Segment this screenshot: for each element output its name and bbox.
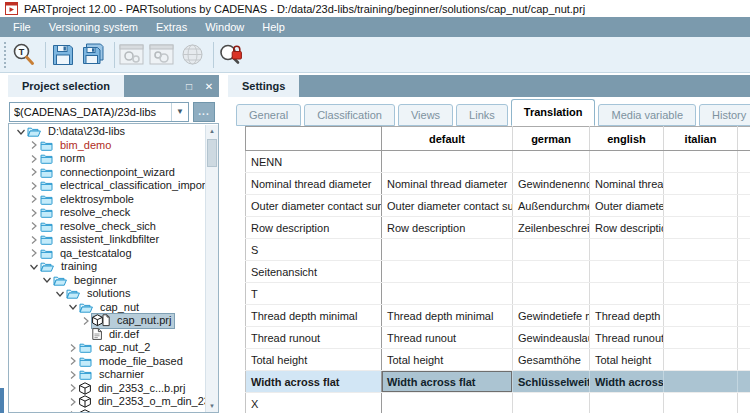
toolbar-button-save-all[interactable]: [80, 40, 110, 70]
row-header-cell[interactable]: Outer diameter contact surface: [246, 195, 382, 217]
chevron-right-icon[interactable]: [28, 235, 40, 245]
translation-cell[interactable]: Zeilenbeschreib...: [513, 217, 590, 239]
translation-cell[interactable]: [382, 151, 513, 173]
tree-item-cap_nut[interactable]: cap_nut: [9, 301, 205, 315]
tree-item-qa_testcatalog[interactable]: qa_testcatalog: [9, 247, 205, 261]
row-header-cell[interactable]: Thread runout: [246, 327, 382, 349]
translation-cell[interactable]: [664, 393, 738, 413]
chevron-down-icon[interactable]: [67, 302, 79, 312]
row-header-cell[interactable]: NENN: [246, 151, 382, 173]
scrollbar-thumb[interactable]: [207, 139, 217, 167]
row-header-cell[interactable]: Thread depth minimal: [246, 305, 382, 327]
translation-cell[interactable]: Gesamthöhe: [513, 349, 590, 371]
close-panel-button[interactable]: ✕: [199, 75, 219, 97]
tree-item-assistent_linkdbfilter[interactable]: assistent_linkdbfilter: [9, 233, 205, 247]
toolbar-button-magnifier-lock[interactable]: [218, 40, 248, 70]
translation-cell[interactable]: Schlüsselweite: [513, 371, 590, 393]
translation-cell[interactable]: [590, 151, 664, 173]
translation-cell[interactable]: [513, 151, 590, 173]
chevron-right-icon[interactable]: [28, 167, 40, 177]
float-panel-button[interactable]: □: [179, 75, 199, 97]
row-header-cell[interactable]: Total height: [246, 349, 382, 371]
translation-cell[interactable]: Außendurchme...: [513, 195, 590, 217]
translation-cell[interactable]: Gewindenennd...: [513, 173, 590, 195]
row-header-cell[interactable]: Nominal thread diameter: [246, 173, 382, 195]
translation-cell[interactable]: [664, 195, 738, 217]
translation-cell[interactable]: [590, 261, 664, 283]
tab-general[interactable]: General: [236, 104, 301, 126]
translation-cell[interactable]: Thread depth ...: [590, 305, 664, 327]
translation-cell[interactable]: [664, 239, 738, 261]
translation-cell[interactable]: Gewindetiefe m...: [513, 305, 590, 327]
chevron-right-icon[interactable]: [28, 181, 40, 191]
translation-cell[interactable]: [738, 239, 750, 261]
chevron-down-icon[interactable]: [15, 127, 27, 137]
translation-cell[interactable]: [738, 349, 750, 371]
translation-cell[interactable]: [738, 151, 750, 173]
translation-cell[interactable]: [738, 305, 750, 327]
translation-cell[interactable]: [738, 393, 750, 413]
tab-media-variable[interactable]: Media variable: [598, 104, 696, 126]
translation-cell[interactable]: [513, 261, 590, 283]
tree-item-content[interactable]: connectionpoint_wizard: [40, 166, 178, 180]
translation-cell[interactable]: [590, 283, 664, 305]
translation-cell[interactable]: [382, 283, 513, 305]
translation-cell[interactable]: [738, 173, 750, 195]
chevron-right-icon[interactable]: [67, 410, 79, 412]
column-header-italian[interactable]: italian: [664, 127, 738, 151]
chevron-right-icon[interactable]: [67, 343, 79, 353]
tree-item-cap_nut.prj[interactable]: cap_nut.prj: [9, 314, 205, 328]
translation-cell[interactable]: Row description: [382, 217, 513, 239]
translation-cell[interactable]: [664, 349, 738, 371]
tree-item-din_2353_c...b.prj[interactable]: din_2353_c...b.prj: [9, 382, 205, 396]
chevron-right-icon[interactable]: [28, 208, 40, 218]
translation-cell[interactable]: [590, 393, 664, 413]
scroll-up-icon[interactable]: ▲: [206, 125, 218, 137]
chevron-right-icon[interactable]: [28, 194, 40, 204]
tree-item-resolve_check[interactable]: resolve_check: [9, 206, 205, 220]
translation-cell[interactable]: Outer diameter ...: [590, 195, 664, 217]
translation-cell[interactable]: Outer diameter contact surfa...: [382, 195, 513, 217]
translation-cell[interactable]: Total height: [590, 349, 664, 371]
translation-cell[interactable]: [738, 261, 750, 283]
tree-item-content[interactable]: electrical_classification_import_...: [40, 179, 205, 193]
menu-help[interactable]: Help: [253, 17, 294, 37]
translation-cell[interactable]: [738, 371, 750, 393]
tree-item-content[interactable]: cap_nut.prj: [92, 314, 174, 328]
tree-item-content[interactable]: training: [40, 260, 100, 274]
tree-item-content[interactable]: qa_testcatalog: [40, 247, 135, 261]
tree-item-training[interactable]: training: [9, 260, 205, 274]
tree-item-content[interactable]: resolve_check_sich: [40, 220, 159, 234]
tree-item-cap_nut_2[interactable]: cap_nut_2: [9, 341, 205, 355]
tree-item-mode_file_based[interactable]: mode_file_based: [9, 355, 205, 369]
translation-cell[interactable]: Nominal thread...: [590, 173, 664, 195]
translation-cell[interactable]: [738, 283, 750, 305]
row-header-cell[interactable]: S: [246, 239, 382, 261]
translation-cell[interactable]: [738, 217, 750, 239]
tree-item-bim_demo[interactable]: bim_demo: [9, 139, 205, 153]
translation-cell[interactable]: Width across flat: [382, 371, 513, 393]
translation-cell[interactable]: Row description: [590, 217, 664, 239]
toolbar-grip[interactable]: [2, 42, 8, 68]
tree-item-partial[interactable]: [9, 409, 205, 413]
translation-cell[interactable]: [382, 261, 513, 283]
tree-item-content[interactable]: assistent_linkdbfilter: [40, 233, 162, 247]
chevron-right-icon[interactable]: [28, 154, 40, 164]
tree-item-resolve_check_sich[interactable]: resolve_check_sich: [9, 220, 205, 234]
tree-item-din_2353_o_m_din_23...[interactable]: din_2353_o_m_din_23...: [9, 395, 205, 409]
tree-item-content[interactable]: D:\data\23d-libs: [27, 125, 128, 139]
tree-item-content[interactable]: din_2353_o_m_din_23...: [79, 395, 205, 409]
column-header-default[interactable]: default: [382, 127, 513, 151]
tree-item-content[interactable]: elektrosymbole: [40, 193, 137, 207]
translation-cell[interactable]: [738, 327, 750, 349]
translation-cell[interactable]: [513, 283, 590, 305]
translation-cell[interactable]: [664, 261, 738, 283]
translation-cell[interactable]: [664, 151, 738, 173]
tree-item-electrical_classification_import_...[interactable]: electrical_classification_import_...: [9, 179, 205, 193]
tree-item-content[interactable]: mode_file_based: [79, 355, 186, 369]
tab-translation[interactable]: Translation: [511, 99, 596, 126]
chevron-right-icon[interactable]: [67, 370, 79, 380]
tree-item-content[interactable]: norm: [40, 152, 88, 166]
tree-scrollbar[interactable]: ▲ ▼: [205, 125, 218, 412]
translation-cell[interactable]: [513, 393, 590, 413]
